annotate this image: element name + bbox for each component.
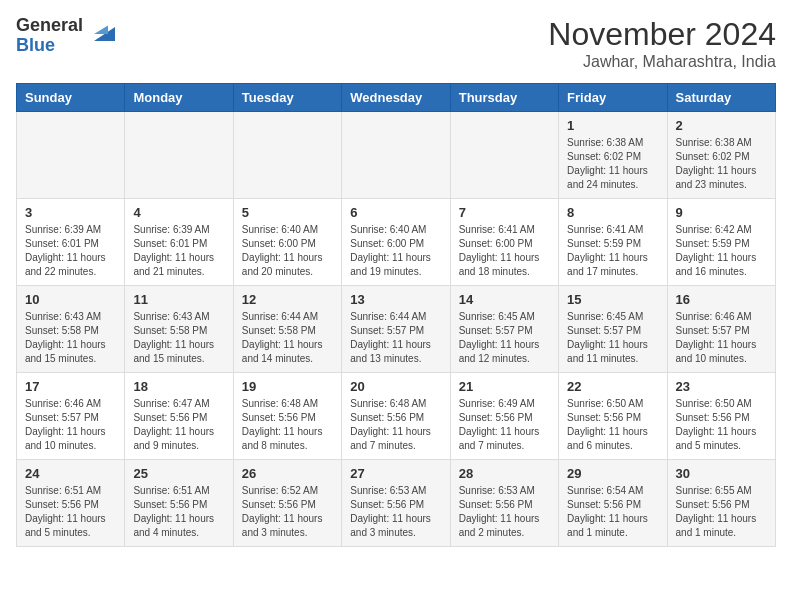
calendar-cell: 28Sunrise: 6:53 AM Sunset: 5:56 PM Dayli… xyxy=(450,460,558,547)
day-info: Sunrise: 6:46 AM Sunset: 5:57 PM Dayligh… xyxy=(676,310,767,366)
calendar-cell: 8Sunrise: 6:41 AM Sunset: 5:59 PM Daylig… xyxy=(559,199,667,286)
day-info: Sunrise: 6:51 AM Sunset: 5:56 PM Dayligh… xyxy=(133,484,224,540)
day-info: Sunrise: 6:51 AM Sunset: 5:56 PM Dayligh… xyxy=(25,484,116,540)
calendar-cell: 4Sunrise: 6:39 AM Sunset: 6:01 PM Daylig… xyxy=(125,199,233,286)
day-info: Sunrise: 6:41 AM Sunset: 6:00 PM Dayligh… xyxy=(459,223,550,279)
calendar-cell xyxy=(342,112,450,199)
calendar-cell xyxy=(233,112,341,199)
day-info: Sunrise: 6:42 AM Sunset: 5:59 PM Dayligh… xyxy=(676,223,767,279)
calendar-cell: 14Sunrise: 6:45 AM Sunset: 5:57 PM Dayli… xyxy=(450,286,558,373)
day-info: Sunrise: 6:45 AM Sunset: 5:57 PM Dayligh… xyxy=(567,310,658,366)
calendar-cell: 26Sunrise: 6:52 AM Sunset: 5:56 PM Dayli… xyxy=(233,460,341,547)
header-thursday: Thursday xyxy=(450,84,558,112)
logo-text: General Blue xyxy=(16,16,83,56)
day-number: 23 xyxy=(676,379,767,394)
day-info: Sunrise: 6:39 AM Sunset: 6:01 PM Dayligh… xyxy=(133,223,224,279)
calendar-cell: 16Sunrise: 6:46 AM Sunset: 5:57 PM Dayli… xyxy=(667,286,775,373)
day-info: Sunrise: 6:46 AM Sunset: 5:57 PM Dayligh… xyxy=(25,397,116,453)
day-info: Sunrise: 6:53 AM Sunset: 5:56 PM Dayligh… xyxy=(459,484,550,540)
day-number: 16 xyxy=(676,292,767,307)
day-info: Sunrise: 6:54 AM Sunset: 5:56 PM Dayligh… xyxy=(567,484,658,540)
calendar-table: SundayMondayTuesdayWednesdayThursdayFrid… xyxy=(16,83,776,547)
day-number: 26 xyxy=(242,466,333,481)
calendar-cell: 29Sunrise: 6:54 AM Sunset: 5:56 PM Dayli… xyxy=(559,460,667,547)
day-info: Sunrise: 6:55 AM Sunset: 5:56 PM Dayligh… xyxy=(676,484,767,540)
day-info: Sunrise: 6:48 AM Sunset: 5:56 PM Dayligh… xyxy=(242,397,333,453)
calendar-header-row: SundayMondayTuesdayWednesdayThursdayFrid… xyxy=(17,84,776,112)
calendar-cell: 11Sunrise: 6:43 AM Sunset: 5:58 PM Dayli… xyxy=(125,286,233,373)
day-number: 1 xyxy=(567,118,658,133)
day-info: Sunrise: 6:44 AM Sunset: 5:58 PM Dayligh… xyxy=(242,310,333,366)
day-number: 11 xyxy=(133,292,224,307)
logo-general: General xyxy=(16,16,83,36)
calendar-cell: 7Sunrise: 6:41 AM Sunset: 6:00 PM Daylig… xyxy=(450,199,558,286)
calendar-cell: 25Sunrise: 6:51 AM Sunset: 5:56 PM Dayli… xyxy=(125,460,233,547)
calendar-cell: 10Sunrise: 6:43 AM Sunset: 5:58 PM Dayli… xyxy=(17,286,125,373)
day-number: 3 xyxy=(25,205,116,220)
day-info: Sunrise: 6:40 AM Sunset: 6:00 PM Dayligh… xyxy=(350,223,441,279)
day-number: 15 xyxy=(567,292,658,307)
calendar-cell xyxy=(17,112,125,199)
day-number: 21 xyxy=(459,379,550,394)
day-number: 2 xyxy=(676,118,767,133)
day-info: Sunrise: 6:53 AM Sunset: 5:56 PM Dayligh… xyxy=(350,484,441,540)
calendar-cell xyxy=(450,112,558,199)
page-header: General Blue November 2024 Jawhar, Mahar… xyxy=(16,16,776,71)
day-number: 28 xyxy=(459,466,550,481)
calendar-cell: 24Sunrise: 6:51 AM Sunset: 5:56 PM Dayli… xyxy=(17,460,125,547)
day-info: Sunrise: 6:47 AM Sunset: 5:56 PM Dayligh… xyxy=(133,397,224,453)
calendar-cell: 18Sunrise: 6:47 AM Sunset: 5:56 PM Dayli… xyxy=(125,373,233,460)
day-number: 10 xyxy=(25,292,116,307)
logo-blue: Blue xyxy=(16,36,83,56)
day-info: Sunrise: 6:38 AM Sunset: 6:02 PM Dayligh… xyxy=(676,136,767,192)
calendar-week-row: 3Sunrise: 6:39 AM Sunset: 6:01 PM Daylig… xyxy=(17,199,776,286)
header-sunday: Sunday xyxy=(17,84,125,112)
calendar-week-row: 1Sunrise: 6:38 AM Sunset: 6:02 PM Daylig… xyxy=(17,112,776,199)
calendar-cell xyxy=(125,112,233,199)
logo: General Blue xyxy=(16,16,115,56)
day-number: 22 xyxy=(567,379,658,394)
day-info: Sunrise: 6:49 AM Sunset: 5:56 PM Dayligh… xyxy=(459,397,550,453)
title-block: November 2024 Jawhar, Maharashtra, India xyxy=(548,16,776,71)
day-info: Sunrise: 6:43 AM Sunset: 5:58 PM Dayligh… xyxy=(133,310,224,366)
calendar-cell: 6Sunrise: 6:40 AM Sunset: 6:00 PM Daylig… xyxy=(342,199,450,286)
day-number: 8 xyxy=(567,205,658,220)
day-number: 19 xyxy=(242,379,333,394)
day-number: 29 xyxy=(567,466,658,481)
header-tuesday: Tuesday xyxy=(233,84,341,112)
day-info: Sunrise: 6:40 AM Sunset: 6:00 PM Dayligh… xyxy=(242,223,333,279)
calendar-cell: 19Sunrise: 6:48 AM Sunset: 5:56 PM Dayli… xyxy=(233,373,341,460)
day-number: 17 xyxy=(25,379,116,394)
day-number: 5 xyxy=(242,205,333,220)
month-title: November 2024 xyxy=(548,16,776,53)
calendar-cell: 12Sunrise: 6:44 AM Sunset: 5:58 PM Dayli… xyxy=(233,286,341,373)
day-info: Sunrise: 6:39 AM Sunset: 6:01 PM Dayligh… xyxy=(25,223,116,279)
day-number: 4 xyxy=(133,205,224,220)
calendar-cell: 15Sunrise: 6:45 AM Sunset: 5:57 PM Dayli… xyxy=(559,286,667,373)
calendar-cell: 2Sunrise: 6:38 AM Sunset: 6:02 PM Daylig… xyxy=(667,112,775,199)
day-number: 13 xyxy=(350,292,441,307)
header-friday: Friday xyxy=(559,84,667,112)
day-number: 27 xyxy=(350,466,441,481)
calendar-cell: 9Sunrise: 6:42 AM Sunset: 5:59 PM Daylig… xyxy=(667,199,775,286)
svg-marker-1 xyxy=(94,25,108,33)
calendar-cell: 5Sunrise: 6:40 AM Sunset: 6:00 PM Daylig… xyxy=(233,199,341,286)
header-monday: Monday xyxy=(125,84,233,112)
day-info: Sunrise: 6:44 AM Sunset: 5:57 PM Dayligh… xyxy=(350,310,441,366)
day-number: 12 xyxy=(242,292,333,307)
calendar-week-row: 10Sunrise: 6:43 AM Sunset: 5:58 PM Dayli… xyxy=(17,286,776,373)
calendar-cell: 30Sunrise: 6:55 AM Sunset: 5:56 PM Dayli… xyxy=(667,460,775,547)
calendar-cell: 23Sunrise: 6:50 AM Sunset: 5:56 PM Dayli… xyxy=(667,373,775,460)
day-number: 9 xyxy=(676,205,767,220)
day-number: 6 xyxy=(350,205,441,220)
day-number: 7 xyxy=(459,205,550,220)
day-number: 18 xyxy=(133,379,224,394)
logo-icon xyxy=(87,20,115,48)
day-info: Sunrise: 6:43 AM Sunset: 5:58 PM Dayligh… xyxy=(25,310,116,366)
day-number: 20 xyxy=(350,379,441,394)
header-wednesday: Wednesday xyxy=(342,84,450,112)
location: Jawhar, Maharashtra, India xyxy=(548,53,776,71)
calendar-cell: 3Sunrise: 6:39 AM Sunset: 6:01 PM Daylig… xyxy=(17,199,125,286)
header-saturday: Saturday xyxy=(667,84,775,112)
day-info: Sunrise: 6:50 AM Sunset: 5:56 PM Dayligh… xyxy=(676,397,767,453)
